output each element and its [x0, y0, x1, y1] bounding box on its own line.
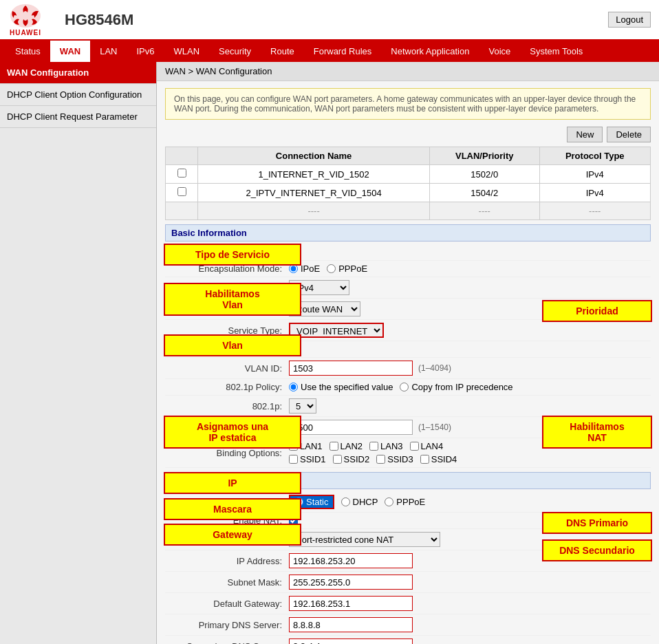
content-area: WAN > WAN Configuration On this page, yo…	[157, 62, 659, 644]
col-protocol: Protocol Type	[539, 147, 650, 165]
value-enable-vlan	[289, 345, 651, 354]
cb-ssid3[interactable]: SSID3	[376, 454, 413, 464]
label-8021p: 802.1p:	[165, 401, 289, 411]
delete-button[interactable]: Delete	[607, 127, 651, 142]
sidebar-item-dhcp-request[interactable]: DHCP Client Request Parameter	[0, 106, 156, 128]
nav-wlan[interactable]: WLAN	[164, 41, 210, 62]
label-default-gateway: Default Gateway:	[165, 599, 289, 609]
row-default-gateway: Default Gateway:	[165, 593, 651, 614]
nav-network-application[interactable]: Network Application	[381, 41, 479, 62]
radio-specified-value[interactable]: Use the specified value	[289, 382, 393, 392]
value-secondary-dns	[289, 638, 651, 644]
row2-name: 2_IPTV_INTERNET_R_VID_1504	[198, 184, 430, 202]
annotation-habilita-vlan: Habilitamos Vlan	[164, 283, 301, 316]
mtu-input[interactable]	[289, 420, 413, 435]
service-type-select[interactable]: INTERNETVOIP_INTERNETOTHER	[289, 323, 384, 338]
value-service-type: INTERNETVOIP_INTERNETOTHER	[289, 323, 651, 338]
huawei-logo-icon	[8, 3, 43, 29]
value-ip-acquisition: Static DHCP PPPoE	[289, 495, 651, 509]
new-button[interactable]: New	[567, 127, 603, 142]
basic-info-title: Basic Information	[165, 224, 651, 242]
row1-name: 1_INTERNET_R_VID_1502	[198, 165, 430, 184]
top-bar: HUAWEI HG8546M Logout	[0, 0, 659, 41]
connection-table: Connection Name VLAN/Priority Protocol T…	[165, 147, 651, 220]
annotation-dns-primario: DNS Primario	[542, 512, 652, 534]
device-name: HG8546M	[65, 11, 133, 29]
annotation-mascara: Mascara	[164, 498, 301, 520]
cb-lan2[interactable]: LAN2	[330, 441, 363, 451]
primary-dns-input[interactable]	[289, 617, 413, 632]
row1-checkbox[interactable]	[177, 169, 186, 178]
dash-protocol: ----	[539, 202, 650, 220]
row-8021p: 802.1p: 01234567	[165, 396, 651, 417]
annotation-asignamos-ip: Asignamos una IP estatica	[164, 416, 301, 449]
table-btn-row: New Delete	[165, 127, 651, 142]
radio-pppoe-ip[interactable]: PPPoE	[385, 497, 425, 507]
nat-type-select[interactable]: Port-restricted cone NAT Full cone NAT A…	[289, 532, 440, 547]
sidebar-item-wan-config[interactable]: WAN Configuration	[0, 62, 156, 84]
radio-pppoe[interactable]: PPPoE	[327, 264, 367, 274]
annotation-tipo-servicio: Tipo de Servicio	[164, 244, 301, 266]
vlan-id-input[interactable]	[289, 361, 413, 376]
nav-status[interactable]: Status	[6, 41, 50, 62]
row-8021p-policy: 802.1p Policy: Use the specified value C…	[165, 379, 651, 396]
value-primary-dns	[289, 617, 651, 632]
row2-vlan: 1504/2	[429, 184, 539, 202]
row-primary-dns: Primary DNS Server:	[165, 614, 651, 636]
vlan-id-hint: (1–4094)	[418, 363, 451, 373]
value-8021p-policy: Use the specified value Copy from IP pre…	[289, 382, 651, 392]
subnet-mask-input[interactable]	[289, 575, 413, 590]
dash-vlan: ----	[429, 202, 539, 220]
logo-area: HUAWEI	[8, 3, 43, 36]
table-row: 1_INTERNET_R_VID_1502 1502/0 IPv4	[166, 165, 651, 184]
cb-lan4[interactable]: LAN4	[410, 441, 444, 451]
nav-wan[interactable]: WAN	[50, 41, 90, 62]
annotation-vlan: Vlan	[164, 334, 301, 356]
nav-voice[interactable]: Voice	[479, 41, 520, 62]
dash-name: ----	[198, 202, 430, 220]
nav-route[interactable]: Route	[261, 41, 304, 62]
default-gateway-input[interactable]	[289, 596, 413, 611]
table-section: New Delete Connection Name VLAN/Priority…	[165, 127, 651, 220]
table-row-dash: ---- ---- ----	[166, 202, 651, 220]
ip-address-input[interactable]	[289, 553, 413, 568]
annotation-habilita-nat: Habilitamos NAT	[542, 416, 652, 449]
cb-ssid1[interactable]: SSID1	[289, 454, 326, 464]
cb-lan3[interactable]: LAN3	[369, 441, 403, 451]
table-row: 2_IPTV_INTERNET_R_VID_1504 1504/2 IPv4	[166, 184, 651, 202]
cb-ssid2[interactable]: SSID2	[333, 454, 370, 464]
label-8021p-policy: 802.1p Policy:	[165, 382, 289, 392]
breadcrumb: WAN > WAN Configuration	[157, 62, 659, 81]
row2-checkbox[interactable]	[177, 187, 186, 196]
sidebar-item-dhcp-option[interactable]: DHCP Client Option Configuration	[0, 84, 156, 106]
col-checkbox	[166, 147, 198, 165]
value-default-gateway	[289, 596, 651, 611]
annotation-prioridad: Prioridad	[542, 300, 652, 322]
row1-vlan: 1502/0	[429, 165, 539, 184]
secondary-dns-input[interactable]	[289, 638, 413, 644]
col-connection-name: Connection Name	[198, 147, 430, 165]
nav-system-tools[interactable]: System Tools	[520, 41, 592, 62]
cb-ssid4[interactable]: SSID4	[420, 454, 457, 464]
binding-row2: SSID1 SSID2 SSID3 SSID4	[289, 454, 457, 464]
sidebar: WAN Configuration DHCP Client Option Con…	[0, 62, 157, 644]
row-subnet-mask: Subnet Mask:	[165, 572, 651, 593]
radio-dhcp[interactable]: DHCP	[341, 497, 378, 507]
row-secondary-dns: Secondary DNS Server:	[165, 636, 651, 644]
nav-ipv6[interactable]: IPv6	[127, 41, 164, 62]
label-primary-dns: Primary DNS Server:	[165, 620, 289, 630]
main-layout: WAN Configuration DHCP Client Option Con…	[0, 62, 659, 644]
annotation-ip: IP	[164, 472, 301, 494]
value-subnet-mask	[289, 575, 651, 590]
col-vlan: VLAN/Priority	[429, 147, 539, 165]
nav-lan[interactable]: LAN	[90, 41, 127, 62]
nav-forward-rules[interactable]: Forward Rules	[304, 41, 382, 62]
logout-button[interactable]: Logout	[608, 12, 651, 28]
annotation-dns-secundario: DNS Secundario	[542, 539, 652, 561]
radio-copy-ip[interactable]: Copy from IP precedence	[400, 382, 512, 392]
mtu-hint: (1–1540)	[418, 422, 451, 432]
value-8021p: 01234567	[289, 398, 651, 414]
nav-security[interactable]: Security	[209, 41, 261, 62]
dash-cb	[166, 202, 198, 220]
8021p-select[interactable]: 01234567	[289, 398, 316, 414]
